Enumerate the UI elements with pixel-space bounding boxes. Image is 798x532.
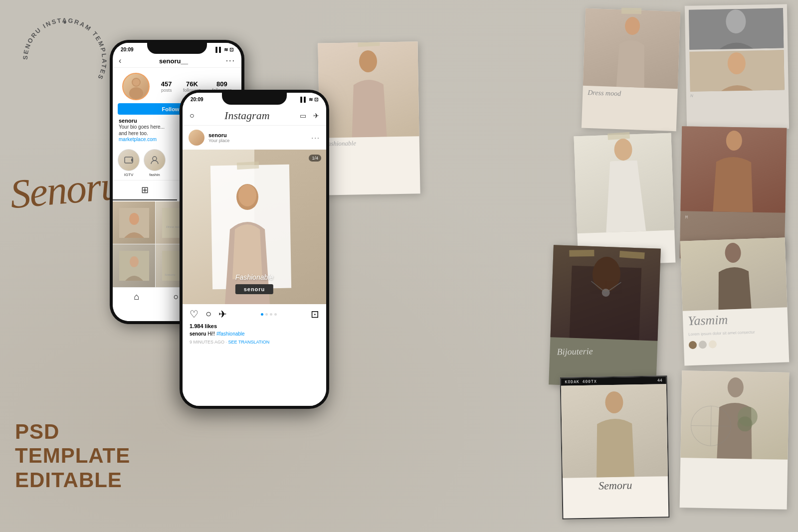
senoru-film-label: Semoru [563,476,668,494]
post-user-info: senoru Your place [208,132,311,143]
card-bijouterie-photo [550,245,660,341]
post-caption: senoru Hi!! #fashionable [183,330,326,339]
phone-notch-back [147,40,207,54]
signal-icons-front: ▌▌ ≋ ⊡ [300,97,318,102]
profile-nav: ‹ senoru__ ··· [113,54,241,68]
card-yasmim-photo [680,237,788,311]
svg-point-1 [64,21,66,24]
profile-avatar [122,73,150,100]
photo-cell-1[interactable] [113,201,155,244]
dot-2 [265,313,268,316]
phone-notch-front [222,90,287,105]
time-front: 20:09 [191,97,203,102]
tape-dress-mood [621,8,641,14]
card-dress-mood: Dress mood [582,8,680,131]
svg-point-9 [129,213,139,225]
dot-3 [270,313,272,316]
swatch-brown [689,341,697,350]
post-actions: ♡ ○ ✈ ⊡ [183,304,326,322]
kodak-frame: 44 [657,378,662,382]
svg-point-21 [238,184,256,206]
photo-cell-4[interactable] [113,244,155,287]
post-image-overlay: Fashionable senoru [235,273,273,294]
post-action-icons: ♡ ○ ✈ [190,308,227,320]
svg-point-23 [624,17,640,35]
post-username: senoru [208,132,311,138]
post-header: senoru Your place ··· [183,126,326,150]
svg-point-36 [725,243,741,263]
tab-grid[interactable]: ⊞ [113,180,177,200]
send-icon[interactable]: ✈ [313,112,319,120]
svg-line-43 [711,406,711,446]
senoru-film-text: Semoru [563,476,668,494]
svg-point-15 [130,256,139,267]
svg-point-22 [359,50,378,73]
home-icon[interactable]: ⌂ [134,292,139,303]
svg-point-3 [129,87,143,99]
psd-template-label: PSD TEMPLATE EDITABLE [15,420,130,492]
card-white-photo [574,133,675,234]
feed-header-icons: ▭ ✈ [300,112,319,120]
signal-icons-back: ▌▌ ≋ ⊡ [215,47,233,52]
camera-icon[interactable]: ○ [190,111,195,120]
svg-point-38 [727,377,744,398]
svg-point-37 [605,391,623,414]
kodak-label: KODAK 400TX [565,379,597,384]
caption-text: Hi!! [207,331,216,337]
circular-brand-text: SENORU INSTAGRAM TEMPLATES [15,10,115,110]
post-avatar [189,130,204,146]
stat-posts: 457 posts [161,80,172,93]
highlight-igtv[interactable]: IGTV [118,149,140,177]
post-likes: 1.984 likes [183,322,326,330]
svg-point-4 [133,79,140,86]
tape-fashionable [358,41,380,47]
see-translation[interactable]: SEE TRANSLATION [228,340,270,345]
card-dress-mood-photo [583,8,680,89]
highlight-circle-fashin [144,149,166,171]
phone-feed: 20:09 ▌▌ ≋ ⊡ ○ Instagram ▭ ✈ senoru Your… [180,90,329,409]
svg-point-7 [153,157,157,161]
profile-menu-dots[interactable]: ··· [226,56,235,65]
svg-text:SENORU INSTAGRAM TEMPLATES: SENORU INSTAGRAM TEMPLATES [22,17,108,81]
bookmark-icon[interactable]: ⊡ [311,308,319,320]
card-tr-photo-top [689,8,784,49]
card-yasmim: Yasmim Lorem ipsum dolor sit amet consec… [680,237,790,365]
card-tr-caption: N [686,90,789,100]
comment-icon[interactable]: ○ [205,308,211,320]
card-fashionable-large: Fashionable [318,41,420,195]
fashionable-label: Fashionable [320,136,419,150]
highlight-label-igtv: IGTV [118,173,140,177]
kodak-photo [561,384,668,478]
dot-active [261,313,263,316]
share-icon[interactable]: ✈ [218,308,227,320]
highlight-fashin[interactable]: fashin [144,149,166,177]
card-tr-photo-bottom [689,50,784,91]
post-counter: 1/4 [309,155,321,162]
svg-rect-6 [131,159,133,162]
svg-text:Semoru: Semoru [165,273,176,277]
post-time: 9 MINUTES AGO · SEE TRANSLATION [183,339,326,346]
caption-hashtag[interactable]: #fashionable [216,331,245,337]
card-abstract [680,370,790,510]
time-back: 20:09 [121,47,134,52]
yasmim-label: Yasmim [683,307,788,332]
bijouterie-label: Bijouterie [550,340,657,362]
card-fashionable-photo [318,41,419,138]
post-image: 1/4 Fashionable senoru [183,150,326,304]
back-arrow[interactable]: ‹ [119,56,121,65]
post-senoru-badge: senoru [235,284,273,294]
card-bijouterie: Bijouterie [549,245,661,388]
swatch-gray [699,341,707,349]
tv-icon[interactable]: ▭ [300,112,306,120]
search-icon[interactable]: ○ [173,292,179,303]
post-fashionable-text: Fashionable [235,273,273,281]
caption-username: senoru [190,331,206,337]
heart-icon[interactable]: ♡ [190,308,199,320]
phone-screen-front: 20:09 ▌▌ ≋ ⊡ ○ Instagram ▭ ✈ senoru Your… [183,93,326,406]
post-location: Your place [208,138,311,143]
card-earthy-photo [680,126,787,213]
post-menu-dots[interactable]: ··· [311,134,320,142]
feed-header: ○ Instagram ▭ ✈ [183,104,326,126]
highlight-circle-igtv [118,149,140,171]
post-dots-indicator [261,313,277,316]
